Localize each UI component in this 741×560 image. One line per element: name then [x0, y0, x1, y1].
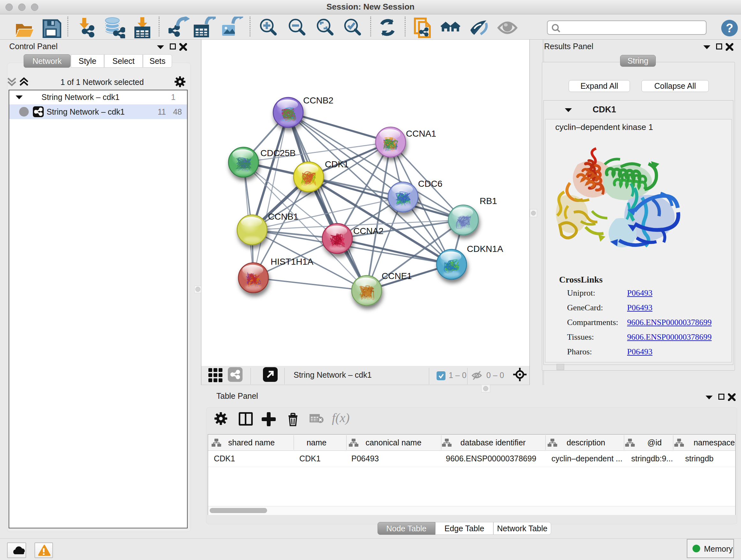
svg-text:CCNB1: CCNB1 — [268, 212, 298, 222]
svg-text:CDC6: CDC6 — [418, 179, 442, 189]
svg-text:CCNE1: CCNE1 — [382, 271, 412, 281]
svg-text:CCNB2: CCNB2 — [303, 96, 333, 105]
svg-text:CCNA2: CCNA2 — [353, 226, 384, 236]
svg-text:CDKN1A: CDKN1A — [467, 244, 503, 254]
svg-text:CCNA1: CCNA1 — [406, 129, 436, 138]
svg-text:CDC25B: CDC25B — [260, 148, 295, 158]
svg-text:HIST1H1A: HIST1H1A — [271, 257, 313, 266]
svg-text:RB1: RB1 — [480, 196, 497, 206]
svg-text:CDK1: CDK1 — [325, 159, 349, 169]
